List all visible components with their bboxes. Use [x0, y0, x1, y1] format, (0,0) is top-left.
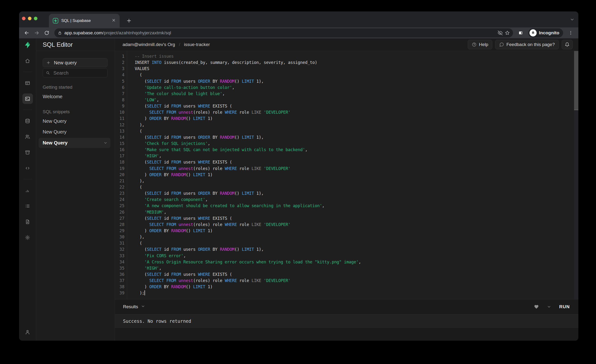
line-number: 28: [115, 222, 127, 228]
line-number: 18: [115, 159, 127, 165]
code-line: ),: [135, 234, 574, 240]
code-line: ) ORDER BY RANDOM() LIMIT 1): [135, 284, 574, 290]
line-number: 20: [115, 172, 127, 178]
browser-menu-icon[interactable]: [566, 29, 575, 37]
main-area: adam@windmill.dev's Org / issue-tracker …: [115, 38, 578, 341]
results-bar: Results RUN: [115, 299, 578, 314]
nav-home[interactable]: [22, 56, 33, 66]
line-number: 39: [115, 290, 127, 296]
run-options-chevron-icon[interactable]: [547, 305, 551, 309]
chevron-down-icon[interactable]: [104, 141, 108, 145]
close-window-button[interactable]: [22, 17, 25, 20]
bookmark-star-icon[interactable]: [505, 30, 510, 35]
search-box: [43, 68, 108, 77]
lock-icon: [58, 31, 62, 35]
code-line: SELECT FROM unnest(roles) role WHERE rol…: [135, 222, 574, 228]
nav-sql-editor[interactable]: [22, 93, 33, 104]
browser-tab[interactable]: SQL | Supabase: [49, 14, 120, 27]
code-line: VALUES: [135, 66, 574, 72]
line-number: 34: [115, 259, 127, 265]
url-text: app.supabase.com/project/azahtnhqohyjerz…: [64, 30, 495, 36]
new-tab-button[interactable]: [124, 16, 134, 25]
nav-settings[interactable]: [22, 232, 33, 243]
code-line: 'MEDIUM',: [135, 209, 574, 215]
supabase-logo[interactable]: [23, 40, 32, 50]
nav-storage[interactable]: [22, 147, 33, 157]
snippet-item[interactable]: New Query: [36, 116, 115, 126]
nav-auth[interactable]: [22, 131, 33, 142]
code-line: 'Make sure that SQL can not be injected …: [135, 147, 574, 153]
address-bar[interactable]: app.supabase.com/project/azahtnhqohyjerz…: [54, 28, 513, 37]
close-tab-icon[interactable]: [112, 18, 116, 23]
code-line: 'A Cross Origin Resource Sharing error o…: [135, 259, 574, 265]
new-query-button[interactable]: New query: [43, 58, 108, 67]
line-number: 25: [115, 203, 127, 209]
breadcrumb-org[interactable]: adam@windmill.dev's Org: [123, 42, 175, 47]
rail-divider: [23, 179, 32, 179]
back-icon[interactable]: [22, 29, 31, 37]
code-brackets-icon: [25, 165, 30, 171]
nav-account[interactable]: [22, 327, 33, 337]
nav-table-editor[interactable]: [22, 78, 33, 88]
code-line: (SELECT id FROM users ORDER BY RANDOM() …: [135, 190, 574, 196]
nav-database[interactable]: [22, 116, 33, 126]
sql-code-editor[interactable]: 1234567891011121314151617181920212223242…: [115, 51, 578, 299]
line-number: 2: [115, 59, 127, 66]
code-area[interactable]: -- Insert issuesINSERT INTO issues(creat…: [127, 51, 574, 299]
code-line: ),: [135, 122, 574, 128]
line-number: 30: [115, 234, 127, 240]
editor-scrollbar[interactable]: [574, 51, 578, 299]
code-line: SELECT FROM unnest(roles) role WHERE rol…: [135, 165, 574, 172]
line-number: 27: [115, 215, 127, 222]
snippet-item-selected[interactable]: New Query: [39, 138, 110, 148]
results-dropdown[interactable]: Results: [123, 304, 145, 310]
code-line: (SELECT id FROM users WHERE EXISTS (: [135, 103, 574, 109]
minimize-window-button[interactable]: [28, 17, 31, 20]
incognito-label: Incognito: [539, 30, 559, 36]
line-number: 5: [115, 78, 127, 84]
code-line: ),: [135, 178, 574, 184]
line-number: 35: [115, 265, 127, 271]
line-number: 12: [115, 122, 127, 128]
snippet-item[interactable]: New Query: [36, 126, 115, 137]
sql-editor-icon: [25, 96, 30, 102]
breadcrumb-project[interactable]: issue-tracker: [184, 42, 210, 47]
snippet-item[interactable]: Welcome: [36, 91, 115, 102]
code-line: ) ORDER BY RANDOM() LIMIT 1): [135, 228, 574, 234]
code-line: ) ORDER BY RANDOM() LIMIT 1): [135, 172, 574, 178]
document-icon: [25, 219, 30, 224]
line-number: 6: [115, 84, 127, 91]
results-message: Success. No rows returned: [123, 319, 191, 324]
code-line: 'HIGH',: [135, 265, 574, 271]
line-number: 15: [115, 141, 127, 147]
tab-title: SQL | Supabase: [61, 18, 109, 23]
nav-api-docs[interactable]: [22, 216, 33, 227]
reload-icon[interactable]: [42, 29, 51, 37]
line-number: 21: [115, 178, 127, 184]
feedback-button[interactable]: Feedback on this page?: [495, 40, 559, 49]
eye-off-icon[interactable]: [498, 30, 503, 35]
nav-reports[interactable]: [22, 185, 33, 195]
notifications-button[interactable]: [562, 40, 573, 49]
favorite-heart-icon[interactable]: [534, 305, 539, 309]
forward-icon[interactable]: [32, 29, 41, 37]
line-number: 32: [115, 246, 127, 253]
line-number: 16: [115, 147, 127, 153]
incognito-badge: Incognito: [528, 28, 563, 37]
search-input[interactable]: [53, 70, 104, 76]
scrollbar-thumb[interactable]: [574, 51, 578, 110]
user-icon: [25, 329, 30, 335]
tab-list-chevron-icon[interactable]: [570, 17, 574, 23]
code-line: );: [135, 290, 574, 296]
code-line: 'The color should be light blue',: [135, 91, 574, 97]
side-panel-icon[interactable]: [516, 29, 525, 37]
line-number: 24: [115, 196, 127, 203]
code-line: ) ORDER BY RANDOM() LIMIT 1): [135, 115, 574, 122]
help-button[interactable]: Help: [468, 40, 492, 49]
nav-logs[interactable]: [22, 201, 33, 211]
maximize-window-button[interactable]: [34, 17, 37, 20]
nav-edge-functions[interactable]: [22, 163, 33, 173]
line-number: 8: [115, 97, 127, 103]
run-button[interactable]: RUN: [559, 304, 570, 309]
code-line: 'A new component should be created to al…: [135, 203, 574, 209]
